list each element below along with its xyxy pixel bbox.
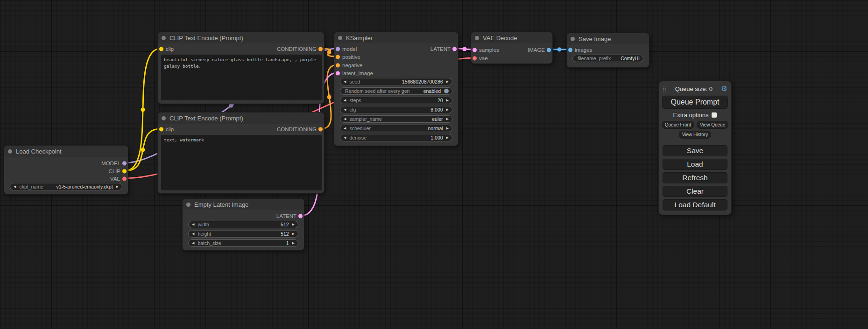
view-queue-button[interactable]: View Queue — [697, 121, 728, 129]
node-clip-text-encode-negative: CLIP Text Encode (Prompt) clip CONDITION… — [157, 112, 325, 194]
decrement-arrow-icon[interactable]: ◀ — [344, 134, 346, 141]
decrement-arrow-icon[interactable]: ◀ — [192, 221, 194, 228]
increment-arrow-icon[interactable]: ▶ — [446, 97, 449, 104]
node-titlebar[interactable]: Empty Latent Image — [183, 199, 304, 210]
load-default-button[interactable]: Load Default — [663, 199, 727, 210]
output-slot-clip[interactable] — [122, 169, 127, 174]
load-button[interactable]: Load — [663, 159, 727, 170]
output-label-clip: CLIP — [108, 168, 120, 175]
node-titlebar[interactable]: Load Checkpoint — [4, 146, 128, 157]
widget-scheduler[interactable]: ◀ scheduler normal ▶ — [340, 125, 452, 132]
node-titlebar[interactable]: KSampler — [334, 32, 458, 43]
input-row: negative — [334, 62, 458, 69]
widget-sampler-name[interactable]: ◀ sampler_name euler ▶ — [340, 115, 452, 123]
output-label-latent: LATENT — [430, 45, 451, 53]
output-slot-model[interactable] — [122, 161, 127, 166]
input-slot-latent-image[interactable] — [336, 71, 340, 76]
input-row: images — [567, 46, 649, 54]
widget-batch-size[interactable]: ◀ batch_size 1 ▶ — [188, 239, 298, 247]
input-row: positive — [334, 53, 458, 61]
collapse-dot[interactable] — [162, 116, 166, 120]
node-graph-canvas[interactable]: Load Checkpoint MODEL CLIP VAE ◀ ckpt_na… — [0, 0, 868, 329]
negative-prompt-textarea[interactable]: text, watermark — [161, 135, 322, 190]
widget-steps[interactable]: ◀ steps 20 ▶ — [340, 97, 452, 104]
widget-seed[interactable]: ◀ seed 156680208700286 ▶ — [340, 78, 452, 85]
widget-ckpt-name[interactable]: ◀ ckpt_name v1-5-pruned-emaonly.ckpt ▶ — [10, 183, 122, 190]
input-slot-images[interactable] — [568, 48, 572, 52]
increment-arrow-icon[interactable]: ▶ — [292, 221, 295, 228]
output-slot-latent[interactable] — [452, 47, 457, 51]
collapse-dot[interactable] — [186, 203, 191, 207]
extra-options-label: Extra options — [673, 112, 709, 119]
save-button[interactable]: Save — [663, 145, 727, 156]
collapse-dot[interactable] — [8, 149, 12, 154]
node-ksampler: KSampler model LATENT positive negative … — [334, 32, 459, 146]
increment-arrow-icon[interactable]: ▶ — [292, 239, 295, 247]
increment-arrow-icon[interactable]: ▶ — [446, 134, 449, 141]
input-label-latent-image: latent_image — [342, 70, 373, 76]
widget-random-seed-toggle[interactable]: Random seed after every gen enabled — [340, 87, 452, 95]
widget-value: euler — [432, 116, 443, 122]
input-slot-model[interactable] — [336, 47, 340, 51]
input-slot-vae[interactable] — [473, 56, 477, 61]
input-label-model: model — [342, 46, 357, 52]
output-slot-conditioning[interactable] — [318, 127, 323, 132]
output-slot-vae[interactable] — [122, 177, 127, 181]
output-row: VAE — [4, 175, 128, 182]
decrement-arrow-icon[interactable]: ◀ — [192, 239, 194, 247]
widget-denoise[interactable]: ◀ denoise 1.000 ▶ — [340, 134, 452, 141]
clear-button[interactable]: Clear — [663, 186, 727, 197]
decrement-arrow-icon[interactable]: ◀ — [344, 106, 346, 113]
widget-cfg[interactable]: ◀ cfg 8.000 ▶ — [340, 106, 452, 113]
decrement-arrow-icon[interactable]: ◀ — [344, 97, 346, 104]
input-slot-negative[interactable] — [336, 63, 340, 68]
decrement-arrow-icon[interactable]: ◀ — [344, 115, 346, 123]
node-titlebar[interactable]: VAE Decode — [471, 32, 552, 43]
input-slot-clip[interactable] — [159, 47, 163, 51]
collapse-dot[interactable] — [571, 37, 575, 41]
view-history-button[interactable]: View History — [679, 131, 711, 139]
widget-label: batch_size — [198, 240, 221, 246]
widget-value: ComfyUI — [621, 56, 640, 61]
increment-arrow-icon[interactable]: ▶ — [292, 230, 295, 238]
node-titlebar[interactable]: Save Image — [567, 33, 649, 44]
node-titlebar[interactable]: CLIP Text Encode (Prompt) — [158, 32, 324, 43]
increment-arrow-icon[interactable]: ▶ — [446, 106, 449, 113]
positive-prompt-textarea[interactable]: beautiful scenery nature glass bottle la… — [161, 55, 322, 100]
collapse-dot[interactable] — [338, 36, 342, 40]
widget-height[interactable]: ◀ height 512 ▶ — [188, 230, 298, 238]
widget-value: 512 — [281, 222, 289, 227]
widget-filename-prefix[interactable]: filename_prefix ComfyUI — [572, 55, 643, 62]
input-label-clip: clip — [166, 46, 174, 52]
decrement-arrow-icon[interactable]: ◀ — [192, 230, 194, 238]
output-slot-latent[interactable] — [298, 214, 303, 218]
output-slot-conditioning[interactable] — [318, 47, 323, 51]
increment-arrow-icon[interactable]: ▶ — [446, 78, 449, 85]
refresh-button[interactable]: Refresh — [663, 172, 727, 183]
output-slot-image[interactable] — [547, 48, 551, 52]
drag-handle-icon[interactable]: ⣿ — [663, 86, 666, 92]
widget-width[interactable]: ◀ width 512 ▶ — [188, 221, 298, 228]
input-slot-positive[interactable] — [336, 55, 340, 59]
increment-arrow-icon[interactable]: ▶ — [446, 115, 449, 123]
collapse-dot[interactable] — [162, 36, 166, 40]
decrement-arrow-icon[interactable]: ◀ — [344, 78, 346, 85]
queue-prompt-button[interactable]: Queue Prompt — [662, 96, 728, 109]
widget-label: width — [198, 222, 209, 227]
widget-label: denoise — [349, 135, 367, 140]
increment-arrow-icon[interactable]: ▶ — [446, 125, 449, 132]
toggle-dot[interactable] — [444, 89, 449, 93]
decrement-arrow-icon[interactable]: ◀ — [344, 125, 346, 132]
collapse-dot[interactable] — [475, 36, 479, 40]
input-slot-samples[interactable] — [473, 48, 477, 52]
input-row: vae — [471, 55, 552, 62]
increment-arrow-icon[interactable]: ▶ — [116, 183, 119, 190]
extra-options-checkbox[interactable] — [712, 112, 717, 118]
input-slot-clip[interactable] — [159, 127, 163, 132]
settings-gear-icon[interactable]: ⚙ — [721, 84, 727, 93]
queue-front-button[interactable]: Queue Front — [662, 121, 694, 129]
node-title: Load Checkpoint — [16, 148, 62, 155]
input-label-vae: vae — [479, 56, 488, 61]
node-titlebar[interactable]: CLIP Text Encode (Prompt) — [158, 112, 324, 124]
decrement-arrow-icon[interactable]: ◀ — [14, 183, 16, 190]
